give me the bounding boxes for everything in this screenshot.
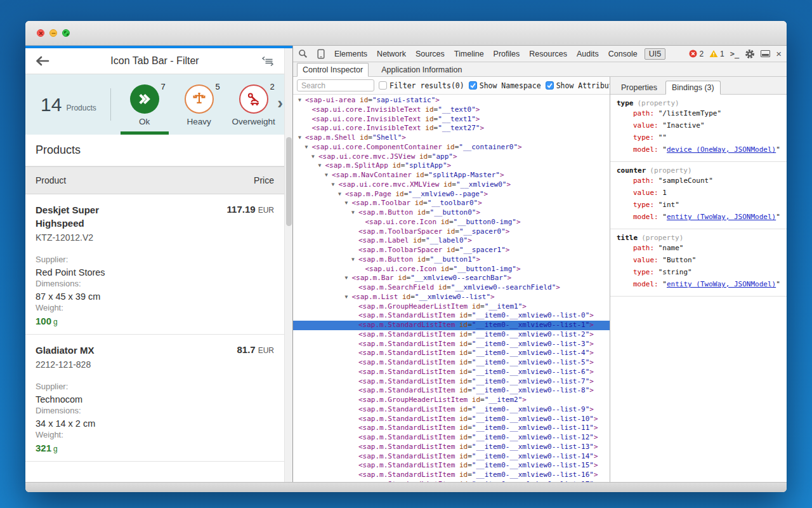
model-link[interactable]: device (OneWay, JSONModel) bbox=[667, 145, 776, 154]
devtools-tab-resources[interactable]: Resources bbox=[529, 50, 567, 58]
tree-node[interactable]: ▼<sap.m.StandardListItem id="__item0-__x… bbox=[293, 415, 610, 424]
scrollbar-thumb[interactable] bbox=[286, 137, 292, 226]
tab-scroll-right-icon[interactable]: › bbox=[277, 95, 283, 111]
tree-node[interactable]: ▼<sap.m.Shell id="Shell"> bbox=[293, 133, 610, 143]
tree-node[interactable]: ▼<sap.m.Bar id="__xmlview0--searchBar"> bbox=[293, 274, 610, 283]
product-attributes: Supplier:Red Point StoresDimensions:87 x… bbox=[36, 253, 274, 326]
tree-node[interactable]: ▼<sap.ui.core.mvc.JSView id="app"> bbox=[293, 152, 610, 162]
devtools-tab-elements[interactable]: Elements bbox=[334, 50, 367, 58]
tree-node[interactable]: ▼<sap.m.GroupHeaderListItem id="__item1"… bbox=[293, 302, 610, 312]
filter-results-checkbox[interactable] bbox=[379, 81, 387, 90]
binding-value: "sampleCount" bbox=[658, 177, 713, 185]
dock-side-icon[interactable] bbox=[761, 50, 770, 57]
tree-node[interactable]: ▼<sap.m.NavContainer id="splitApp-Master… bbox=[293, 171, 610, 180]
subtab-control-inspector[interactable]: Control Inspector bbox=[297, 63, 369, 77]
tree-node[interactable]: ▼<sap.ui.core.Icon id="__button1-img"> bbox=[293, 265, 610, 274]
error-count-badge[interactable]: 2 bbox=[689, 50, 704, 58]
devtools-tab-network[interactable]: Network bbox=[377, 50, 406, 58]
show-attributes-checkbox[interactable] bbox=[546, 81, 554, 90]
inspect-search-icon[interactable] bbox=[298, 49, 308, 58]
tree-node[interactable]: ▼<sap.m.Button id="__button1"> bbox=[293, 255, 610, 265]
tree-node[interactable]: ▼<sap.m.StandardListItem id="__item0-__x… bbox=[293, 377, 610, 387]
tree-node[interactable]: ▼<sap.m.Button id="__button0"> bbox=[293, 208, 610, 218]
sidebar-tab-bindings[interactable]: Bindings (3) bbox=[665, 81, 721, 95]
window-titlebar[interactable] bbox=[25, 21, 787, 46]
binding-key: model: bbox=[633, 145, 662, 154]
tree-node[interactable]: ▼<sap.ui.core.InvisibleText id="__text1"… bbox=[293, 115, 610, 124]
tab-heavy[interactable]: 5Heavy bbox=[172, 74, 226, 135]
tree-node[interactable]: ▼<sap.ui.core.Icon id="__button0-img"> bbox=[293, 218, 610, 227]
tree-node[interactable]: ▼<sap.m.StandardListItem id="__item0-__x… bbox=[293, 386, 610, 396]
control-tree: ▼<sap-ui-area id="sap-ui-static">▼<sap.u… bbox=[293, 95, 610, 482]
devtools-tab-profiles[interactable]: Profiles bbox=[494, 50, 520, 58]
product-list-item[interactable]: Gladiator MX81.7EUR2212-121-828Supplier:… bbox=[25, 335, 284, 462]
column-price: Price bbox=[254, 175, 274, 185]
devtools-close-icon[interactable]: × bbox=[776, 49, 782, 58]
minimize-window-button[interactable] bbox=[49, 29, 57, 37]
expand-arrow-icon: ▼ bbox=[318, 161, 325, 171]
tree-node[interactable]: ▼<sap.m.StandardListItem id="__item0-__x… bbox=[293, 311, 610, 321]
tab-overweight[interactable]: 2Overweight bbox=[226, 74, 281, 135]
settings-gear-icon[interactable] bbox=[745, 49, 755, 59]
binding-row-type: type: "string" bbox=[617, 266, 780, 278]
tree-node[interactable]: ▼<sap.ui.core.ComponentContainer id="__c… bbox=[293, 143, 610, 152]
show-namespace-checkbox[interactable] bbox=[469, 81, 477, 90]
tree-node[interactable]: ▼<sap.m.StandardListItem id="__item0-__x… bbox=[293, 480, 610, 482]
tree-node[interactable]: ▼<sap.m.StandardListItem id="__item0-__x… bbox=[293, 461, 610, 471]
tree-node[interactable]: ▼<sap.m.Toolbar id="__toolbar0"> bbox=[293, 199, 610, 208]
tab-all-products[interactable]: 14 Products bbox=[25, 74, 96, 135]
show-namespace-toggle[interactable]: Show Namespace bbox=[469, 81, 541, 90]
binding-key: model: bbox=[633, 213, 662, 221]
icon-tab-bar: 14 Products 7Ok5Heavy2Overweight › bbox=[25, 74, 284, 135]
tree-node[interactable]: ▼<sap.m.Label id="__label0"> bbox=[293, 236, 610, 246]
tree-node[interactable]: ▼<sap.ui.core.mvc.XMLView id="__xmlview0… bbox=[293, 180, 610, 190]
tree-node[interactable]: ▼<sap.m.StandardListItem id="__item0-__x… bbox=[293, 340, 610, 349]
filter-results-toggle[interactable]: Filter results(0) bbox=[379, 81, 464, 90]
tree-node[interactable]: ▼<sap.m.ToolbarSpacer id="__spacer0"> bbox=[293, 227, 610, 237]
show-attributes-toggle[interactable]: Show Attributes bbox=[546, 81, 610, 90]
console-drawer-icon[interactable]: >_ bbox=[730, 50, 739, 58]
warning-count-badge[interactable]: 1 bbox=[709, 50, 724, 58]
tree-node[interactable]: ▼<sap.m.StandardListItem id="__item0-__x… bbox=[293, 452, 610, 462]
tree-node[interactable]: ▼<sap.m.StandardListItem id="__item0-__x… bbox=[293, 321, 610, 330]
devtools-tab-timeline[interactable]: Timeline bbox=[454, 50, 484, 58]
tree-node[interactable]: ▼<sap.m.List id="__xmlview0--list"> bbox=[293, 293, 610, 302]
model-link[interactable]: entity (TwoWay, JSONModel) bbox=[667, 280, 776, 288]
search-input[interactable] bbox=[297, 79, 374, 91]
zoom-window-button[interactable] bbox=[62, 29, 70, 37]
devtools-tab-sources[interactable]: Sources bbox=[416, 50, 445, 58]
subtab-application-information[interactable]: Application Information bbox=[376, 64, 467, 76]
devtools-tab-console[interactable]: Console bbox=[608, 50, 638, 58]
tree-node[interactable]: ▼<sap.m.StandardListItem id="__item0-__x… bbox=[293, 368, 610, 377]
tree-node[interactable]: ▼<sap.m.StandardListItem id="__item0-__x… bbox=[293, 349, 610, 358]
tree-node[interactable]: ▼<sap.ui.core.InvisibleText id="__text27… bbox=[293, 124, 610, 133]
sidebar-tab-properties[interactable]: Properties bbox=[615, 81, 663, 94]
tree-node[interactable]: ▼<sap.m.StandardListItem id="__item0-__x… bbox=[293, 405, 610, 415]
product-code: KTZ-12012.V2 bbox=[36, 232, 274, 243]
tree-node[interactable]: ▼<sap.ui.core.InvisibleText id="__text0"… bbox=[293, 105, 610, 115]
tree-node[interactable]: ▼<sap.m.ToolbarSpacer id="__spacer1"> bbox=[293, 246, 610, 255]
weight-unit: g bbox=[53, 318, 58, 326]
selected-tab-underline bbox=[121, 131, 169, 135]
weight-label: Weight: bbox=[36, 303, 63, 312]
product-list-item[interactable]: Deskjet Super Highspeed117.19EURKTZ-1201… bbox=[25, 194, 284, 335]
tree-node[interactable]: ▼<sap.m.SplitApp id="splitApp"> bbox=[293, 161, 610, 171]
model-link[interactable]: entity (TwoWay, JSONModel) bbox=[667, 213, 776, 221]
close-window-button[interactable] bbox=[37, 29, 44, 37]
tree-node[interactable]: ▼<sap.m.StandardListItem id="__item0-__x… bbox=[293, 358, 610, 368]
tree-node[interactable]: ▼<sap.m.StandardListItem id="__item0-__x… bbox=[293, 471, 610, 480]
tree-node[interactable]: ▼<sap.m.Page id="__xmlview0--page"> bbox=[293, 190, 610, 199]
devtools-tab-audits[interactable]: Audits bbox=[577, 50, 599, 58]
devtools-tab-ui5[interactable]: UI5 bbox=[645, 48, 665, 60]
tree-node[interactable]: ▼<sap.m.StandardListItem id="__item0-__x… bbox=[293, 443, 610, 452]
tree-node[interactable]: ▼<sap-ui-area id="sap-ui-static"> bbox=[293, 96, 610, 105]
tree-node[interactable]: ▼<sap.m.StandardListItem id="__item0-__x… bbox=[293, 433, 610, 443]
list-column-headers: Product Price bbox=[25, 166, 284, 194]
app-scrollbar[interactable] bbox=[284, 48, 292, 482]
tree-node[interactable]: ▼<sap.m.StandardListItem id="__item0-__x… bbox=[293, 424, 610, 433]
tab-ok[interactable]: 7Ok bbox=[117, 74, 172, 135]
device-mode-icon[interactable] bbox=[317, 49, 325, 59]
tree-node[interactable]: ▼<sap.m.StandardListItem id="__item0-__x… bbox=[293, 330, 610, 340]
tree-node[interactable]: ▼<sap.m.GroupHeaderListItem id="__item2"… bbox=[293, 396, 610, 405]
tree-node[interactable]: ▼<sap.m.SearchField id="__xmlview0--sear… bbox=[293, 283, 610, 293]
